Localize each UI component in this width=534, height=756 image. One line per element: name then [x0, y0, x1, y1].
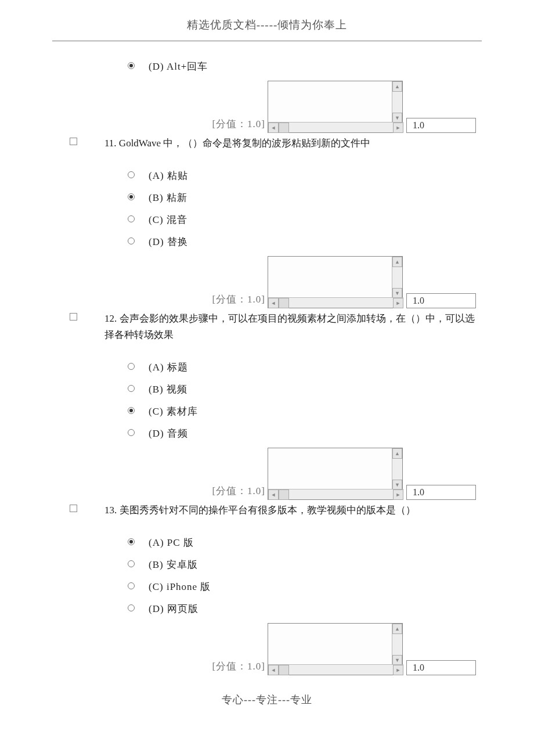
scroll-track	[289, 298, 393, 308]
option-row[interactable]: (B) 视频	[128, 378, 476, 400]
score-label: [分值：1.0]	[212, 293, 265, 308]
scroll-right-icon[interactable]: ►	[393, 665, 403, 675]
radio-icon[interactable]	[128, 538, 135, 545]
options-list: (A) 标题(B) 视频(C) 素材库(D) 音频	[104, 356, 476, 444]
score-input[interactable]	[406, 293, 476, 308]
question-text: 13. 美图秀秀针对不同的操作平台有很多版本，教学视频中的版本是（）	[104, 502, 476, 519]
scroll-up-icon[interactable]: ▲	[392, 257, 402, 267]
scroll-right-icon[interactable]: ►	[393, 298, 403, 308]
option-row[interactable]: (A) PC 版	[128, 531, 476, 553]
header-rule	[52, 41, 482, 41]
question-block: 12. 会声会影的效果步骤中，可以在项目的视频素材之间添加转场，在（）中，可以选…	[0, 311, 534, 500]
scroll-thumb[interactable]	[279, 665, 289, 675]
option-label: (D) Alt+回车	[149, 60, 208, 73]
scroll-left-icon[interactable]: ◄	[268, 298, 279, 308]
scroll-track	[289, 489, 393, 499]
horizontal-scrollbar[interactable]: ◄ ►	[268, 122, 403, 132]
embedded-scroll-box: ▲▼◄►	[268, 256, 403, 308]
score-input[interactable]	[406, 485, 476, 500]
scroll-right-icon[interactable]: ►	[393, 489, 403, 500]
question-block: 13. 美图秀秀针对不同的操作平台有很多版本，教学视频中的版本是（）(A) PC…	[0, 502, 534, 675]
option-label: (B) 视频	[149, 383, 187, 396]
radio-icon[interactable]	[128, 582, 135, 589]
question-block: 11. GoldWave 中，（）命令是将复制的波形粘贴到新的文件中(A) 粘贴…	[0, 135, 534, 308]
vertical-scrollbar[interactable]: ▲▼	[392, 448, 402, 490]
checkbox-column	[0, 502, 104, 515]
option-row[interactable]: (B) 粘新	[128, 186, 476, 208]
question-checkbox[interactable]	[70, 138, 77, 145]
radio-icon[interactable]	[128, 237, 135, 244]
question-checkbox[interactable]	[70, 313, 77, 321]
radio-icon[interactable]	[128, 407, 135, 414]
question-row: 13. 美图秀秀针对不同的操作平台有很多版本，教学视频中的版本是（）(A) PC…	[0, 502, 534, 620]
score-row: [分值：1.0]▲▼◄►	[0, 448, 534, 500]
score-label: [分值：1.0]	[212, 484, 265, 500]
radio-icon[interactable]	[128, 363, 135, 370]
radio-icon[interactable]	[128, 604, 135, 611]
score-row: [分值：1.0]▲▼◄►	[0, 256, 534, 308]
radio-icon[interactable]	[128, 193, 135, 200]
page-header: 精选优质文档-----倾情为你奉上	[0, 17, 534, 41]
question-row: 11. GoldWave 中，（）命令是将复制的波形粘贴到新的文件中(A) 粘贴…	[0, 135, 534, 253]
option-label: (A) PC 版	[149, 536, 194, 549]
vertical-scrollbar[interactable]: ▲ ▼	[392, 81, 402, 123]
option-row[interactable]: (D) Alt+回车	[128, 55, 534, 77]
question-row: 12. 会声会影的效果步骤中，可以在项目的视频素材之间添加转场，在（）中，可以选…	[0, 311, 534, 444]
scroll-track	[289, 123, 393, 132]
option-row[interactable]: (C) 混音	[128, 208, 476, 231]
option-label: (C) iPhone 版	[149, 580, 211, 593]
radio-icon[interactable]	[128, 171, 135, 178]
scroll-left-icon[interactable]: ◄	[268, 489, 279, 500]
option-label: (D) 音频	[149, 427, 188, 440]
checkbox-column	[0, 135, 104, 148]
score-label: [分值：1.0]	[212, 117, 265, 133]
options-list: (A) 粘贴(B) 粘新(C) 混音(D) 替换	[104, 164, 476, 253]
radio-icon[interactable]	[128, 560, 135, 567]
option-label: (C) 混音	[149, 213, 187, 226]
scroll-thumb[interactable]	[279, 489, 289, 500]
q10-tail-options: (D) Alt+回车	[0, 55, 534, 77]
option-row[interactable]: (C) iPhone 版	[128, 575, 476, 597]
radio-icon[interactable]	[128, 429, 135, 436]
option-row[interactable]: (A) 粘贴	[128, 164, 476, 186]
question-text: 12. 会声会影的效果步骤中，可以在项目的视频素材之间添加转场，在（）中，可以选…	[104, 311, 476, 343]
radio-icon[interactable]	[128, 385, 135, 392]
option-row[interactable]: (C) 素材库	[128, 400, 476, 422]
question-body: 13. 美图秀秀针对不同的操作平台有很多版本，教学视频中的版本是（）(A) PC…	[104, 502, 534, 620]
option-label: (A) 标题	[149, 361, 188, 374]
radio-icon[interactable]	[128, 62, 135, 69]
option-row[interactable]: (A) 标题	[128, 356, 476, 378]
vertical-scrollbar[interactable]: ▲▼	[392, 257, 402, 298]
embedded-scroll-box: ▲▼◄►	[268, 623, 403, 675]
score-input[interactable]	[406, 118, 476, 133]
option-label: (D) 网页版	[149, 602, 199, 615]
horizontal-scrollbar[interactable]: ◄►	[268, 297, 403, 308]
option-row[interactable]: (D) 网页版	[128, 597, 476, 620]
scroll-up-icon[interactable]: ▲	[392, 448, 402, 459]
scroll-up-icon[interactable]: ▲	[392, 81, 402, 92]
option-label: (B) 安卓版	[149, 558, 198, 571]
vertical-scrollbar[interactable]: ▲▼	[392, 624, 402, 665]
page-container: 精选优质文档-----倾情为你奉上 (D) Alt+回车 [分值：1.0] ▲ …	[0, 0, 534, 730]
score-label: [分值：1.0]	[212, 660, 265, 675]
page-footer: 专心---专注---专业	[0, 693, 534, 707]
score-input[interactable]	[406, 660, 476, 675]
scroll-left-icon[interactable]: ◄	[268, 665, 279, 675]
question-checkbox[interactable]	[70, 505, 77, 512]
scroll-thumb[interactable]	[279, 123, 289, 133]
scroll-left-icon[interactable]: ◄	[268, 123, 279, 133]
option-row[interactable]: (D) 音频	[128, 422, 476, 444]
option-label: (C) 素材库	[149, 405, 198, 418]
option-row[interactable]: (D) 替换	[128, 231, 476, 253]
option-row[interactable]: (B) 安卓版	[128, 553, 476, 575]
option-label: (D) 替换	[149, 235, 188, 249]
options-list: (A) PC 版(B) 安卓版(C) iPhone 版(D) 网页版	[104, 531, 476, 620]
horizontal-scrollbar[interactable]: ◄►	[268, 664, 403, 675]
scroll-right-icon[interactable]: ►	[393, 123, 403, 133]
scroll-up-icon[interactable]: ▲	[392, 624, 402, 634]
horizontal-scrollbar[interactable]: ◄►	[268, 489, 403, 499]
question-text: 11. GoldWave 中，（）命令是将复制的波形粘贴到新的文件中	[104, 135, 476, 152]
radio-icon[interactable]	[128, 215, 135, 222]
scroll-thumb[interactable]	[279, 298, 289, 308]
option-label: (B) 粘新	[149, 191, 187, 204]
